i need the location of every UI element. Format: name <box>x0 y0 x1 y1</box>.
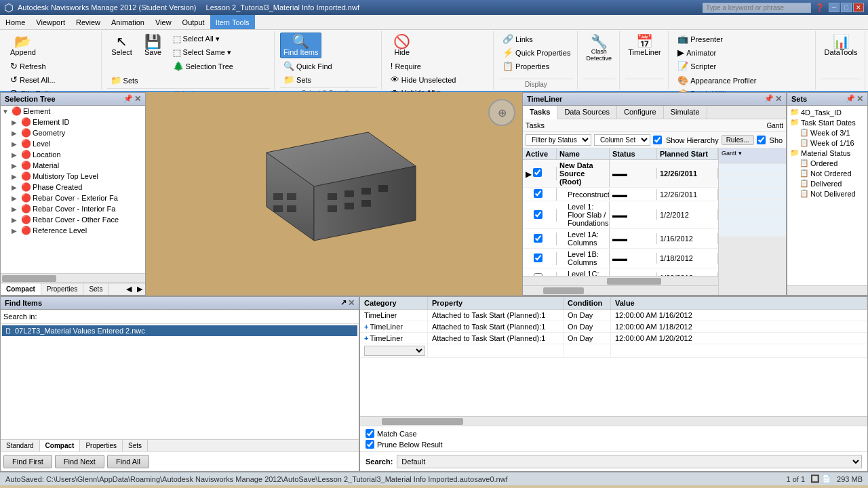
find-file-item[interactable]: 🗋 07L2T3_Material Values Entered 2.nwc <box>2 325 357 336</box>
cat-row-1[interactable]: TimeLiner Attached to Task Start (Planne… <box>360 310 867 321</box>
show-hierarchy-checkbox[interactable] <box>653 136 662 144</box>
find-tab-properties[interactable]: Properties <box>80 440 123 451</box>
appearance-profiler-button[interactable]: 🎨 Appearance Profiler <box>674 74 760 87</box>
sets-item-not-delivered[interactable]: 📋 Not Delivered <box>789 188 866 199</box>
tree-item-rebar-other[interactable]: ▶ 🔴 Rebar Cover - Other Face <box>1 214 145 225</box>
tl-hscroll[interactable] <box>523 276 718 285</box>
find-all-button[interactable]: Find All <box>107 455 149 468</box>
menu-viewport[interactable]: Viewport <box>31 15 71 29</box>
maximize-button[interactable]: □ <box>841 3 852 12</box>
cat-row-empty[interactable] <box>360 344 867 358</box>
cat-hscroll[interactable] <box>360 416 867 426</box>
tree-item-geometry[interactable]: ▶ 🔴 Geometry <box>1 127 145 138</box>
expand-icon[interactable]: ▶ <box>12 205 21 213</box>
select-all-button[interactable]: ⬚ Select All ▾ <box>170 33 237 45</box>
save-selection-button[interactable]: 💾 Save <box>138 33 168 58</box>
tl-row-level1a[interactable]: Level 1A: Columns ▬▬ 1/16/2012 <box>523 229 718 249</box>
find-tab-standard[interactable]: Standard <box>1 440 40 451</box>
help-icon[interactable]: ❓ <box>815 3 825 12</box>
cat-hscroll-thumb[interactable] <box>382 418 463 425</box>
quick-find-button[interactable]: 🔍 Quick Find <box>280 60 336 73</box>
menu-review[interactable]: Review <box>71 15 106 29</box>
sets-item-week-1-16[interactable]: 📋 Week of 1/16 <box>789 138 866 148</box>
minimize-button[interactable]: ─ <box>829 3 840 12</box>
tl-row-preconstruction[interactable]: Preconstruction ▬▬ 12/26/2011 <box>523 188 718 201</box>
expand-arrow[interactable]: ▶ <box>526 170 531 178</box>
quick-properties-button[interactable]: ⚡ Quick Properties <box>499 46 574 59</box>
tree-item-phase[interactable]: ▶ 🔴 Phase Created <box>1 182 145 192</box>
sets-item-ordered[interactable]: 📋 Ordered <box>789 158 866 168</box>
nav-next[interactable]: ▶ <box>134 283 145 295</box>
find-tab-compact[interactable]: Compact <box>40 440 81 451</box>
expand-icon[interactable]: ▶ <box>12 151 21 159</box>
append-button[interactable]: 📂 Append <box>7 33 39 58</box>
links-button[interactable]: 🔗 Links <box>499 33 574 45</box>
show-gantt-checkbox[interactable] <box>757 136 766 144</box>
animator-button[interactable]: ▶ Animator <box>674 46 726 59</box>
sets-button[interactable]: 📁 Sets <box>107 74 142 87</box>
row-checkbox-l1a[interactable] <box>534 234 542 243</box>
row-checkbox-l1[interactable] <box>534 210 542 219</box>
require-button[interactable]: ! Require <box>387 60 460 73</box>
titlebar-search[interactable] <box>703 3 811 13</box>
match-case-checkbox[interactable] <box>366 429 374 438</box>
tab-properties[interactable]: Properties <box>41 283 84 295</box>
menu-home[interactable]: Home <box>0 15 31 29</box>
sets-item-delivered[interactable]: 📋 Delivered <box>789 178 866 188</box>
row-checkbox-l1b[interactable] <box>534 253 542 262</box>
rules-button[interactable]: Rules... <box>722 135 754 145</box>
sets-close[interactable]: ✕ <box>856 94 863 104</box>
tab-sets[interactable]: Sets <box>83 283 108 295</box>
sets-item-task-dates[interactable]: 📁 Task Start Dates <box>789 117 866 127</box>
expand-icon[interactable]: ▶ <box>12 184 21 191</box>
datatools-button[interactable]: 📊 DataTools <box>821 33 861 58</box>
filter-by-status-select[interactable]: Filter by Status <box>526 134 591 146</box>
close-button[interactable]: ✕ <box>853 3 864 12</box>
row-checkbox-root[interactable] <box>533 168 542 177</box>
sets-item-not-ordered[interactable]: 📋 Not Ordered <box>789 168 866 178</box>
sets-find-button[interactable]: 📁 Sets <box>280 73 336 86</box>
sets-item-week-3-1[interactable]: 📋 Week of 3/1 <box>789 127 866 138</box>
tree-item-rebar-ext[interactable]: ▶ 🔴 Rebar Cover - Exterior Fa <box>1 192 145 203</box>
selection-tree-close[interactable]: ✕ <box>134 94 141 104</box>
refresh-button[interactable]: ↻ Refresh <box>7 60 64 73</box>
menu-item-tools[interactable]: Item Tools <box>210 15 255 29</box>
expand-icon[interactable]: ▼ <box>2 108 12 115</box>
tl-row-level1[interactable]: Level 1: Floor Slab / Foundations ▬▬ 1/2… <box>523 201 718 229</box>
tree-item-level[interactable]: ▶ 🔴 Level <box>1 138 145 149</box>
sets-pin-icon[interactable]: 📌 <box>846 94 855 104</box>
category-select[interactable] <box>364 346 425 356</box>
menu-output[interactable]: Output <box>177 15 210 29</box>
tree-item-location[interactable]: ▶ 🔴 Location <box>1 149 145 160</box>
expand-icon[interactable]: ▶ <box>12 129 21 137</box>
tree-item-ref-level[interactable]: ▶ 🔴 Reference Level <box>1 225 145 236</box>
clash-detective-button[interactable]: 🔧 ClashDetective <box>583 33 615 64</box>
properties-button[interactable]: 📋 Properties <box>499 60 574 73</box>
expand-icon[interactable]: ▶ <box>12 173 21 180</box>
menu-view[interactable]: View <box>150 15 177 29</box>
expand-icon[interactable]: ▶ <box>12 162 21 169</box>
find-tab-sets[interactable]: Sets <box>123 440 148 451</box>
find-items-close[interactable]: ✕ <box>348 298 355 308</box>
find-next-button[interactable]: Find Next <box>55 455 104 468</box>
cat-row-3[interactable]: +TimeLiner Attached to Task Start (Plann… <box>360 333 867 344</box>
find-items-arrow-icon[interactable]: ↗ <box>340 298 347 308</box>
timeliner-pin-icon[interactable]: 📌 <box>764 94 774 104</box>
timeliner-button[interactable]: 📅 TimeLiner <box>625 33 665 58</box>
expand-icon[interactable]: ▶ <box>12 216 21 224</box>
pin-icon[interactable]: 📌 <box>123 94 133 104</box>
prune-below-checkbox[interactable] <box>366 440 374 449</box>
find-first-button[interactable]: Find First <box>3 455 52 468</box>
tree-item-element-id[interactable]: ▶ 🔴 Element ID <box>1 117 145 127</box>
select-button[interactable]: ↖ Select <box>107 33 137 58</box>
nav-prev[interactable]: ◀ <box>123 283 134 295</box>
sets-item-material-status[interactable]: 📁 Material Status <box>789 148 866 158</box>
selection-tree-button[interactable]: 🌲 Selection Tree <box>170 60 237 73</box>
tl-tab-tasks[interactable]: Tasks <box>523 106 557 119</box>
select-same-button[interactable]: ⬚ Select Same ▾ <box>170 46 237 59</box>
navigation-circle[interactable]: ⊕ <box>488 99 515 126</box>
tl-row-level1c[interactable]: Level 1C: Columns ▬▬ 1/20/2012 <box>523 268 718 276</box>
expand-icon[interactable]: ▶ <box>12 195 21 202</box>
tl-tab-simulate[interactable]: Simulate <box>664 106 707 119</box>
find-items-button[interactable]: 🔍 Find Items <box>280 33 321 58</box>
